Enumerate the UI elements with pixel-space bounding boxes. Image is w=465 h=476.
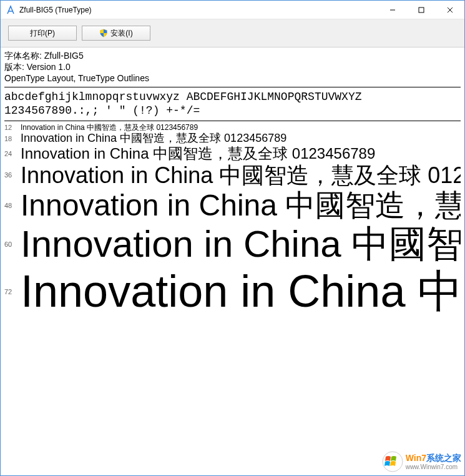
watermark-brand2: 系统之家 — [426, 453, 461, 463]
font-tech: OpenType Layout, TrueType Outlines — [4, 72, 461, 84]
sample-text: Innovation in China 中國智造，慧及全球 0123456789 — [21, 188, 461, 222]
font-version-value: Version 1.0 — [27, 62, 71, 72]
sample-size-label: 36 — [4, 171, 21, 179]
sample-text: Innovation in China 中國智造，慧及全球 0123456789 — [21, 162, 461, 188]
sample-size-label: 60 — [4, 240, 21, 248]
close-icon — [447, 7, 453, 13]
print-label: 打印(P) — [30, 28, 55, 39]
font-name-value: Zfull-BIG5 — [44, 51, 84, 61]
maximize-button[interactable] — [407, 1, 436, 19]
windows-logo-icon — [382, 451, 403, 472]
content-area: 字体名称: Zfull-BIG5 版本: Version 1.0 OpenTyp… — [1, 47, 464, 475]
install-label: 安装(I) — [110, 28, 132, 39]
sample-size-label: 24 — [4, 150, 21, 157]
charset-line2: 1234567890.:,; ' " (!?) +-*/= — [4, 104, 200, 117]
separator — [4, 87, 461, 87]
svg-rect-1 — [419, 7, 424, 12]
install-button[interactable]: 安装(I) — [82, 26, 150, 41]
sample-row: 60Innovation in China 中國智造，慧及全球 01234567… — [4, 222, 461, 265]
watermark: Win7系统之家 www.Winwin7.com — [382, 451, 461, 472]
charset-sample: abcdefghijklmnopqrstuvwxyz ABCDEFGHIJKLM… — [4, 90, 461, 118]
sample-row: 12Innovation in China 中國智造，慧及全球 01234567… — [4, 124, 461, 132]
maximize-icon — [418, 7, 424, 13]
sample-text: Innovation in China 中國智造，慧及全球 0123456789 — [21, 265, 461, 317]
sample-text: Innovation in China 中國智造，慧及全球 0123456789 — [21, 222, 461, 265]
sample-row: 72Innovation in China 中國智造，慧及全球 01234567… — [4, 265, 461, 317]
sample-row: 36Innovation in China 中國智造，慧及全球 01234567… — [4, 162, 461, 188]
minimize-button[interactable] — [378, 1, 407, 19]
separator — [4, 121, 461, 121]
print-button[interactable]: 打印(P) — [8, 26, 77, 41]
sample-text: Innovation in China 中國智造，慧及全球 0123456789 — [21, 145, 375, 162]
font-version-label: 版本: — [4, 62, 24, 72]
sample-size-label: 12 — [4, 124, 21, 131]
uac-shield-icon — [99, 29, 108, 37]
font-icon — [6, 5, 16, 15]
watermark-url: www.Winwin7.com — [406, 464, 461, 470]
font-name-label: 字体名称: — [4, 51, 42, 61]
close-button[interactable] — [436, 1, 464, 19]
font-name-row: 字体名称: Zfull-BIG5 — [4, 50, 461, 61]
sample-row: 48Innovation in China 中國智造，慧及全球 01234567… — [4, 188, 461, 222]
sample-row: 24Innovation in China 中國智造，慧及全球 01234567… — [4, 145, 461, 162]
font-preview-window: Zfull-BIG5 (TrueType) 打印(P) 安装(I) — [0, 0, 465, 476]
sample-size-label: 72 — [4, 288, 21, 295]
sample-size-label: 18 — [4, 135, 21, 142]
font-meta: 字体名称: Zfull-BIG5 版本: Version 1.0 OpenTyp… — [4, 50, 461, 84]
window-controls — [378, 1, 464, 19]
watermark-text: Win7系统之家 www.Winwin7.com — [406, 453, 461, 470]
charset-line1: abcdefghijklmnopqrstuvwxyz ABCDEFGHIJKLM… — [4, 91, 362, 103]
sample-text: Innovation in China 中國智造，慧及全球 0123456789 — [21, 132, 286, 145]
sample-size-label: 48 — [4, 202, 21, 209]
sample-text: Innovation in China 中國智造，慧及全球 0123456789 — [21, 124, 198, 132]
window-title: Zfull-BIG5 (TrueType) — [19, 6, 378, 14]
titlebar[interactable]: Zfull-BIG5 (TrueType) — [1, 1, 464, 19]
toolbar: 打印(P) 安装(I) — [1, 19, 464, 47]
watermark-brand1: Win7 — [406, 453, 426, 463]
sample-row: 18Innovation in China 中國智造，慧及全球 01234567… — [4, 132, 461, 145]
minimize-icon — [389, 7, 396, 13]
sample-list: 12Innovation in China 中國智造，慧及全球 01234567… — [4, 124, 461, 318]
font-version-row: 版本: Version 1.0 — [4, 61, 461, 72]
